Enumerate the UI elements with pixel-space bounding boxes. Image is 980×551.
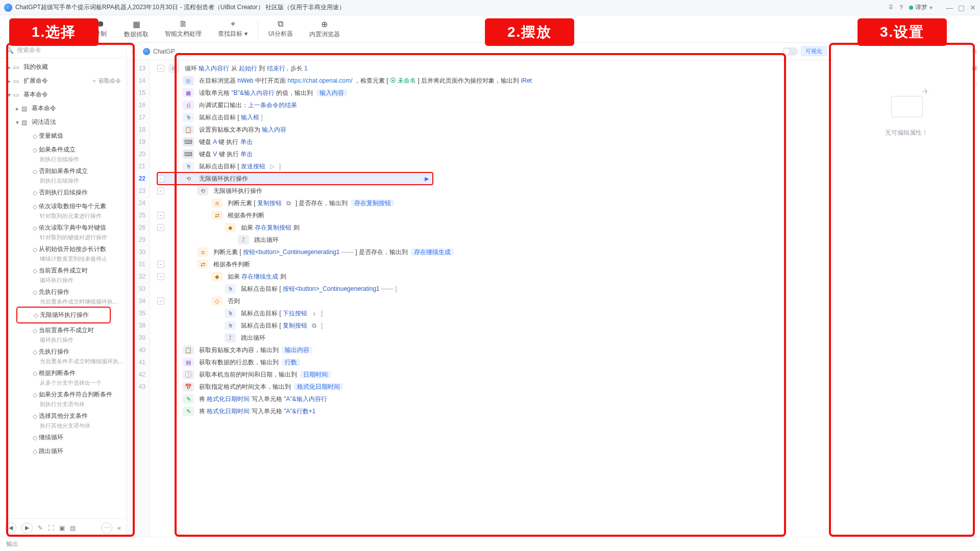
toolbar-scrape-button[interactable]: ▦数据抓取 [116,19,157,39]
collapse-icon[interactable]: « [117,524,121,532]
pick-icon[interactable]: ⛶ [48,524,54,532]
syntax-item[interactable]: ◇否则执行后续操作 [0,186,126,199]
code-row[interactable]: ⧈判断元素 [ 复制按钮 ] 是否存在，输出到 存在复制按钮 [157,197,828,209]
get-command-link[interactable]: ＋ 获取命令 [91,77,121,85]
toolbar-docproc-button[interactable]: 🗎智能文档处理 [157,19,210,38]
code-row[interactable]: 🖱鼠标点击目标 [ 输入框 ] [157,111,828,123]
syntax-item[interactable]: ◇如果分支条件符合判断条件 [0,388,126,402]
rail-icon[interactable]: ⧉ [972,48,977,55]
code-row[interactable]: ✎将 格式化日期时间 写入单元格 "A"&行数+1 [157,405,828,417]
code-row[interactable]: 🖱鼠标点击目标 [ 复制按钮 ] [157,319,828,332]
syntax-item-desc: 循环执行操作 [0,336,126,344]
module-icon: ▤ [21,105,29,112]
code-row[interactable]: 📋获取剪贴板文本内容，输出到 输出内容 [157,344,828,356]
rail-icon[interactable]: ▣ [972,64,977,71]
toolbar-findtarget-button[interactable]: ⌖查找目标 ▾ [210,19,255,38]
syntax-item[interactable]: ◇先执行操作 [0,285,126,299]
note-icon[interactable]: ▤ [70,524,76,532]
tab-nav-back[interactable]: ‹ [132,48,134,55]
command-tree[interactable]: ▸▭我的收藏 ▸▭扩展命令＋ 获取命令 ▾▭基本命令 ▸▤基本命令 ▾▤词法语法… [0,58,126,518]
syntax-item[interactable]: ◇否则如果条件成立 [0,164,126,178]
code-row[interactable]: 🖱鼠标点击目标 [ 下拉按钮 ] [157,307,828,319]
code-row[interactable]: −◇否则 [157,295,828,307]
syntax-item[interactable]: ◇如果条件成立 [0,143,126,157]
help-icon[interactable]: ? [899,4,903,11]
syntax-item[interactable]: ◇当前置条件成立时 [0,264,126,278]
break-icon: ⤴ [238,235,249,244]
syntax-item[interactable]: ◇依次读取字典中每对键值 [0,221,126,235]
code-row[interactable]: ▦读取单元格 "B"&输入内容行 的值，输出到 输入内容 [157,87,828,99]
window-maximize-button[interactable]: ▢ [958,4,965,12]
folder-icon: ▭ [13,78,20,85]
code-row[interactable]: ⤴跳出循环 [157,234,828,246]
clipboard-get-icon: 📋 [183,345,194,355]
code-row[interactable]: ⌨键盘 A 键 执行 单击 [157,136,828,148]
code-lines[interactable]: −⟳循环 输入内容行 从 起始行 到 结束行 , 步长 1 ◎在目标浏览器 hW… [150,60,832,537]
syntax-item[interactable]: ◇当前置条件不成立时 [0,323,126,337]
write-cell-icon: ✎ [183,407,194,416]
window-minimize-button[interactable]: — [946,4,953,12]
syntax-item[interactable]: ◇依次读取数组中每个元素 [0,199,126,213]
edit-icon[interactable]: ✎ [38,524,43,532]
toolbar-uianalyzer-button[interactable]: ⧉UI分析器 [260,19,301,38]
code-row[interactable]: ⧈判断元素 [ 按钮<button>_Continuegenerating1 —… [157,246,828,258]
code-row[interactable]: −◆如果 存在复制按钮 则 [157,221,828,234]
window-close-button[interactable]: ✕ [970,4,976,12]
code-row[interactable]: 📅获取指定格式的时间文本，输出到 格式化日期时间 [157,381,828,393]
code-row[interactable]: −⟳循环 输入内容行 从 起始行 到 结束行 , 步长 1 [157,62,828,74]
tree-favorites[interactable]: ▸▭我的收藏 [0,60,126,74]
editor-tab[interactable]: ChatGP… [138,46,186,57]
code-row-selected[interactable]: −⟲无限循环执行操作 [157,172,433,185]
user-name[interactable]: 谭梦 [915,3,927,12]
code-row[interactable]: 🖱鼠标点击目标 [ 按钮<button>_Continuegenerating1… [157,283,828,295]
code-row[interactable]: ⤴跳出循环 [157,332,828,344]
syntax-item[interactable]: ◇选择其他分支条件 [0,409,126,423]
rail-icon[interactable]: ◌ [972,81,977,88]
syntax-item[interactable]: ◇继续循环 [0,431,126,444]
syntax-item[interactable]: ◇从初始值开始按步长计数 [0,242,126,256]
mouse-click-icon: 🖱 [225,321,236,330]
code-row[interactable]: ◎在目标浏览器 hWeb 中打开页面 https://chat.openai.c… [157,74,828,87]
tree-extensions[interactable]: ▸▭扩展命令＋ 获取命令 [0,74,126,88]
code-row[interactable]: ▤获取有数据的行总数，输出到 行数 [157,356,828,368]
code-row[interactable]: ⌨键盘 V 键 执行 单击 [157,148,828,160]
code-row[interactable]: −◆如果 存在继续生成 则 [157,270,828,283]
status-bar: 输出 [0,537,980,551]
element-exists-icon: ⧈ [211,198,223,208]
search-placeholder: 搜索命令 [17,46,41,55]
syntax-item-desc: 从多个分支中选择出一个 [0,379,126,387]
mouse-click-icon: 🖱 [183,162,194,171]
tree-basic[interactable]: ▾▭基本命令 [0,88,126,102]
code-row[interactable]: −⇄根据条件判断 [157,258,828,270]
tree-basic-sub[interactable]: ▸▤基本命令 [0,102,126,115]
apps-grid-icon[interactable]: ⠿ [889,4,893,11]
code-row[interactable]: ⎙向调试窗口输出：上一条命令的结果 [157,99,828,111]
toolbar-browser-button[interactable]: ⊕内置浏览器 [301,19,348,39]
folder-icon: ▭ [13,64,20,71]
datetime-icon: 🕓 [183,370,194,379]
chat-icon[interactable]: ⋯ [101,522,112,534]
scrape-icon: ▦ [133,19,140,29]
tree-syntax[interactable]: ▾▤词法语法 [0,115,126,129]
element-exists-icon: ⧈ [197,247,208,257]
code-row[interactable]: −⟲无限循环执行操作 [157,185,828,197]
code-row[interactable]: −⇄根据条件判断 [157,209,828,221]
code-row[interactable]: 🖱鼠标点击目标 [ 发送按钮 ] [157,160,828,172]
syntax-item-desc: 当后置条件成立时继续循环执… [0,298,126,306]
code-row[interactable]: ✎将 格式化日期时间 写入单元格 "A"&输入内容行 [157,393,828,405]
camera-icon[interactable]: ▣ [59,524,65,532]
syntax-item-infinite-loop[interactable]: ◇无限循环执行操作 [17,308,110,322]
status-output[interactable]: 输出 [6,540,18,548]
visual-toggle[interactable] [782,47,798,56]
nav-back-button[interactable]: ◀ [5,522,16,534]
syntax-item[interactable]: ◇跳出循环 [0,444,126,458]
code-row[interactable]: 🕓获取本机当前的时间和日期，输出到 日期时间 [157,368,828,381]
code-row[interactable]: 📋设置剪贴板文本内容为 输入内容 [157,123,828,136]
flow-editor: ‹ ChatGP… 可视化 13141516171819202122232425… [127,43,832,537]
syntax-item[interactable]: ◇先执行操作 [0,345,126,359]
syntax-item[interactable]: ◇根据判断条件 [0,366,126,380]
switch-icon: ⇄ [197,260,208,269]
syntax-item[interactable]: ◇变量赋值 [0,129,126,143]
nav-play-button[interactable]: ▶ [21,522,33,534]
syntax-item-desc: 循环执行操作 [0,277,126,284]
